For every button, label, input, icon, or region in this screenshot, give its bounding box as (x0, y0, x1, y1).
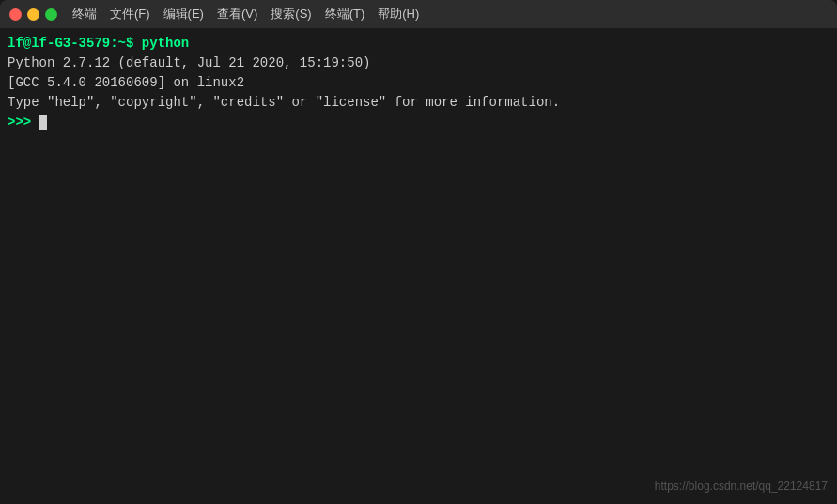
terminal-line-4: Type "help", "copyright", "credits" or "… (8, 93, 829, 113)
terminal-body[interactable]: lf@lf-G3-3579:~$ python Python 2.7.12 (d… (0, 28, 837, 504)
watermark: https://blog.csdn.net/qq_22124817 (655, 478, 828, 495)
close-button[interactable] (9, 8, 22, 21)
menu-help[interactable]: 帮助(H) (378, 6, 419, 23)
minimize-button[interactable] (27, 8, 39, 21)
menu-search[interactable]: 搜索(S) (271, 6, 311, 23)
terminal-line-3: [GCC 5.4.0 20160609] on linux2 (8, 73, 829, 93)
menu-view[interactable]: 查看(V) (217, 6, 257, 23)
menu-bar: 终端 文件(F) 编辑(E) 查看(V) 搜索(S) 终端(T) 帮助(H) (72, 6, 419, 23)
terminal-cursor (39, 115, 47, 130)
menu-terminal[interactable]: 终端 (72, 6, 97, 23)
terminal-window: 终端 文件(F) 编辑(E) 查看(V) 搜索(S) 终端(T) 帮助(H) l… (0, 0, 837, 504)
terminal-line-1: lf@lf-G3-3579:~$ python (8, 34, 829, 53)
prompt-text: >>> (8, 115, 39, 130)
maximize-button[interactable] (45, 8, 57, 21)
terminal-line-2: Python 2.7.12 (default, Jul 21 2020, 15:… (8, 53, 829, 73)
titlebar: 终端 文件(F) 编辑(E) 查看(V) 搜索(S) 终端(T) 帮助(H) (0, 0, 837, 28)
menu-terminal2[interactable]: 终端(T) (325, 6, 365, 23)
menu-edit[interactable]: 编辑(E) (163, 6, 204, 23)
menu-file[interactable]: 文件(F) (110, 6, 150, 23)
terminal-prompt: >>> (8, 113, 829, 132)
